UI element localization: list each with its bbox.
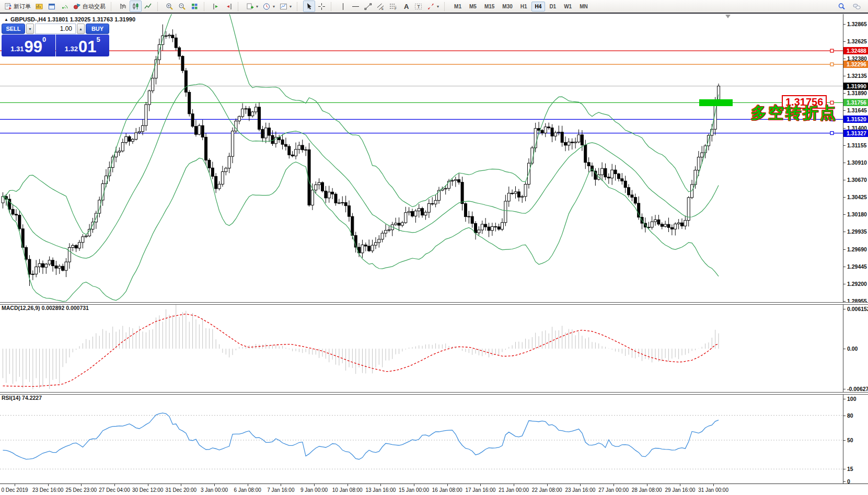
bar-chart-icon [119, 3, 127, 10]
cursor-button[interactable] [303, 1, 315, 12]
line-chart-button[interactable] [142, 1, 154, 12]
svg-text:T: T [417, 4, 420, 9]
sell-button[interactable]: SELL [2, 24, 25, 34]
text-button[interactable]: A [400, 1, 412, 12]
sell-price[interactable]: 1.31 99 0 [2, 34, 55, 56]
time-label: 29 Jan 16:00 [665, 487, 695, 493]
price-badge: 1.32488 [843, 47, 868, 54]
signals-icon [61, 3, 68, 10]
time-label: 13 Jan 16:00 [365, 487, 396, 493]
toolbar-separator [444, 2, 448, 11]
auto-scroll-button[interactable] [210, 1, 222, 12]
toolbar-group-3 [210, 1, 235, 12]
timeframe-group: M1M5M15M30H1H4D1W1MN [450, 2, 592, 11]
tile-windows-button[interactable] [189, 1, 201, 12]
channel-button[interactable]: E [375, 1, 387, 12]
sell-price-sup: 0 [42, 36, 46, 43]
zoom-in-button[interactable] [164, 1, 176, 12]
auto-trading-button[interactable]: 自动交易 [71, 1, 108, 12]
market-watch-button[interactable] [46, 1, 58, 12]
chart-shift-button[interactable] [223, 1, 235, 12]
axis-label: 1.30425 [847, 194, 867, 200]
axis-label: 1.29200 [847, 281, 867, 287]
search-icon [838, 3, 846, 10]
axis-label: 0.00 [847, 346, 858, 352]
axis-label: 50 [847, 437, 853, 443]
time-label: 25 Dec 23:00 [66, 487, 97, 493]
axis-label: 1.32865 [847, 21, 867, 27]
indicators-icon [246, 3, 254, 10]
volume-input[interactable] [35, 24, 76, 34]
axis-label: 1.30180 [847, 211, 867, 217]
timeframe-mn[interactable]: MN [576, 2, 592, 11]
periods-icon [263, 3, 271, 10]
timeframe-m15[interactable]: M15 [481, 2, 498, 11]
time-label: 17 Jan 16:00 [465, 487, 495, 493]
bar-chart-button[interactable] [117, 1, 129, 12]
toolbar-group-5 [303, 1, 328, 12]
timeframe-m5[interactable]: M5 [466, 2, 480, 11]
time-axis[interactable]: 0 Dec 201923 Dec 16:0025 Dec 23:0027 Dec… [0, 484, 868, 495]
price-pane[interactable] [0, 14, 843, 302]
buy-price-big: 01 [78, 39, 96, 55]
auto-scroll-icon [212, 3, 220, 10]
axis-label: 1.29935 [847, 228, 867, 235]
timeframe-m30[interactable]: M30 [499, 2, 516, 11]
price-axis[interactable]: 1.328651.326251.323801.321351.318901.316… [843, 14, 868, 484]
axis-label: 100 [847, 396, 857, 402]
volume-increase-button[interactable]: ▲ [77, 24, 85, 34]
axis-label: 1.30910 [847, 159, 867, 166]
candlestick-chart-button[interactable] [130, 1, 142, 12]
chart-shift-icon [225, 3, 233, 10]
turning-point-annotation[interactable]: 多空转折点 [751, 102, 837, 124]
axis-label: 1.29690 [847, 246, 867, 252]
time-label: 9 Jan 00:00 [300, 487, 328, 493]
pane-separator-macd[interactable] [0, 302, 868, 305]
time-label: 15 Jan 00:00 [399, 487, 429, 493]
price-badge: 1.32296 [843, 61, 868, 68]
vertical-line-button[interactable] [337, 1, 349, 12]
periods-button[interactable]: ▾ [261, 1, 277, 12]
svg-text:E: E [381, 7, 384, 10]
timeframe-h1[interactable]: H1 [517, 2, 531, 11]
charts-button[interactable] [33, 1, 45, 12]
fibonacci-button[interactable]: F [387, 1, 399, 12]
chat-button[interactable] [851, 1, 863, 12]
pane-separator-rsi[interactable] [0, 392, 868, 395]
crosshair-button[interactable] [316, 1, 328, 12]
timeframe-w1[interactable]: W1 [560, 2, 575, 11]
search-button[interactable] [836, 1, 848, 12]
cursor-icon [305, 3, 313, 10]
timeframe-d1[interactable]: D1 [546, 2, 560, 11]
sell-price-small: 1.31 [10, 45, 24, 53]
timeframe-m1[interactable]: M1 [450, 2, 465, 11]
zoom-in-icon [166, 3, 173, 10]
buy-button[interactable]: BUY [86, 24, 109, 34]
candlestick-chart-icon [132, 3, 140, 10]
axis-label: 1.32135 [847, 73, 867, 79]
volume-decrease-button[interactable]: ▼ [26, 24, 34, 34]
rsi-label: RSI(14) 74.2227 [2, 395, 42, 401]
new-order-button[interactable]: 新订单 [2, 1, 33, 12]
rsi-pane[interactable] [0, 394, 843, 484]
chart-window[interactable]: 1.328651.326251.323801.321351.318901.316… [0, 14, 868, 495]
buy-price[interactable]: 1.32 01 5 [56, 34, 110, 56]
templates-button[interactable]: ▾ [277, 1, 294, 12]
time-label: 7 Jan 16:00 [267, 487, 294, 493]
price-badge: 1.31520 [843, 116, 868, 123]
horizontal-line-icon [352, 3, 360, 10]
horizontal-line-button[interactable] [350, 1, 362, 12]
arrows-button[interactable]: ▾ [425, 1, 441, 12]
chart-shift-marker-icon[interactable] [725, 15, 731, 18]
macd-pane[interactable] [0, 304, 843, 392]
charts-icon [36, 3, 43, 10]
indicators-button[interactable]: ▾ [244, 1, 260, 12]
text-icon: A [402, 3, 410, 10]
text-label-button[interactable]: T [412, 1, 424, 12]
time-label: 31 Dec 20:00 [166, 487, 197, 493]
signals-button[interactable] [59, 1, 71, 12]
time-label: 21 Jan 00:00 [499, 487, 529, 493]
timeframe-h4[interactable]: H4 [531, 2, 546, 11]
zoom-out-button[interactable] [176, 1, 188, 12]
trendline-button[interactable] [362, 1, 374, 12]
